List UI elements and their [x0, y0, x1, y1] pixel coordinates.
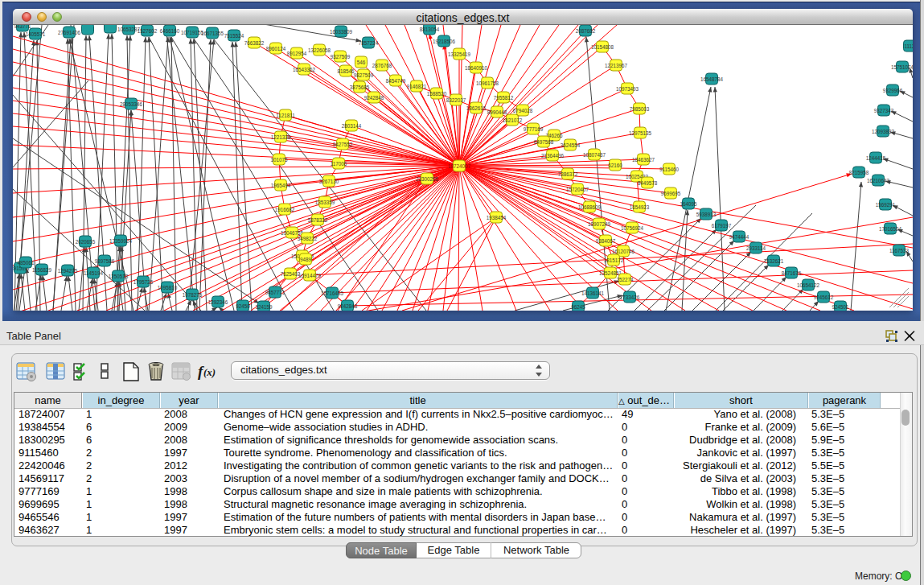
svg-text:6179197: 6179197 [712, 223, 732, 229]
svg-text:9474444: 9474444 [729, 234, 749, 240]
svg-text:1733426: 1733426 [620, 295, 640, 300]
svg-text:1569291: 1569291 [876, 202, 896, 208]
svg-text:16548784: 16548784 [700, 76, 724, 82]
svg-text:1916682: 1916682 [275, 207, 295, 212]
svg-text:21364436: 21364436 [541, 153, 565, 159]
svg-text:6497568: 6497568 [534, 139, 554, 145]
svg-text:9115460: 9115460 [659, 167, 680, 172]
svg-text:7985003: 7985003 [630, 106, 650, 112]
svg-text:1244415: 1244415 [866, 155, 886, 161]
svg-text:9329966: 9329966 [883, 88, 903, 93]
svg-text:18640910: 18640910 [465, 65, 488, 71]
svg-text:818546: 818546 [337, 68, 355, 74]
svg-text:7663822: 7663822 [244, 40, 265, 46]
svg-text:15751074: 15751074 [891, 64, 913, 70]
svg-text:117006: 117006 [331, 161, 347, 167]
svg-text:27691406: 27691406 [58, 30, 81, 35]
svg-text:2020655: 2020655 [76, 239, 96, 245]
svg-text:9777169: 9777169 [524, 126, 544, 132]
svg-text:16210643: 16210643 [867, 178, 890, 183]
svg-text:9146821: 9146821 [407, 84, 427, 89]
svg-text:8960124: 8960124 [266, 46, 286, 51]
svg-text:1078275: 1078275 [183, 292, 203, 298]
svg-text:1221338: 1221338 [271, 134, 291, 140]
svg-text:12975135: 12975135 [629, 130, 652, 136]
svg-text:8322037: 8322037 [446, 97, 466, 103]
svg-text:8990448: 8990448 [487, 109, 507, 115]
svg-text:1167533: 1167533 [889, 248, 910, 253]
svg-text:943771: 943771 [14, 25, 31, 29]
svg-text:1362615: 1362615 [466, 105, 487, 111]
svg-text:17359924: 17359924 [109, 238, 133, 244]
svg-text:10961758: 10961758 [476, 80, 499, 86]
svg-text:10756924: 10756924 [621, 225, 644, 231]
svg-text:1795725: 1795725 [133, 279, 154, 285]
svg-text:19218506: 19218506 [433, 39, 456, 44]
svg-text:8449578: 8449578 [638, 180, 658, 186]
svg-text:1588520: 1588520 [427, 91, 447, 97]
svg-text:1095810: 1095810 [158, 285, 178, 290]
svg-text:9327509: 9327509 [331, 54, 351, 60]
svg-text:15720407: 15720407 [566, 187, 589, 192]
svg-text:9242848: 9242848 [364, 95, 384, 101]
svg-text:2876768: 2876768 [372, 63, 392, 68]
svg-text:17016504: 17016504 [879, 226, 902, 232]
svg-text:9699695: 9699695 [661, 191, 681, 196]
svg-text:13325419: 13325419 [448, 51, 471, 57]
svg-text:12093832: 12093832 [872, 129, 895, 134]
svg-text:8454749: 8454749 [386, 78, 406, 84]
svg-text:23300295: 23300295 [416, 176, 439, 182]
svg-text:10688609: 10688609 [578, 204, 602, 210]
svg-text:16914479: 16914479 [298, 273, 322, 278]
svg-text:1156829: 1156829 [32, 267, 52, 273]
svg-text:10654122: 10654122 [797, 282, 820, 288]
svg-text:28053346: 28053346 [120, 101, 143, 107]
svg-text:9489: 9489 [300, 257, 312, 262]
svg-text:1292346: 1292346 [208, 299, 228, 305]
svg-text:10154808: 10154808 [591, 44, 614, 50]
svg-text:18463627: 18463627 [632, 157, 655, 163]
svg-text:16543362: 16543362 [293, 67, 316, 72]
svg-text:9242848: 9242848 [338, 303, 358, 309]
svg-text:2803144: 2803144 [342, 123, 362, 129]
svg-text:1527602: 1527602 [138, 28, 158, 34]
svg-text:1938454: 1938454 [487, 215, 507, 220]
svg-text:1353359: 1353359 [315, 200, 335, 205]
svg-text:2933114: 2933114 [746, 245, 766, 251]
svg-text:96245: 96245 [571, 304, 585, 310]
svg-text:9397586: 9397586 [95, 258, 115, 264]
svg-text:7857224: 7857224 [359, 40, 379, 46]
svg-text:10046755: 10046755 [281, 230, 304, 236]
svg-text:1112: 1112 [904, 43, 913, 49]
svg-text:14136141: 14136141 [581, 290, 605, 296]
svg-text:2087682: 2087682 [576, 28, 596, 34]
svg-text:10807487: 10807487 [583, 152, 606, 158]
svg-text:7955812: 7955812 [494, 95, 514, 101]
svg-text:546: 546 [357, 60, 366, 65]
svg-text:164095: 164095 [680, 201, 697, 207]
svg-text:1965494: 1965494 [271, 183, 291, 188]
svg-text:9827509: 9827509 [354, 72, 374, 78]
svg-text:9457771: 9457771 [265, 290, 285, 295]
svg-text:485061: 485061 [17, 260, 35, 266]
svg-text:1294275: 1294275 [58, 268, 78, 274]
svg-text:6466160: 6466160 [160, 28, 180, 34]
svg-text:92450: 92450 [236, 303, 250, 309]
svg-text:9427552: 9427552 [333, 142, 353, 147]
svg-text:18724007: 18724007 [448, 163, 471, 169]
svg-text:3498222: 3498222 [298, 236, 318, 241]
svg-text:18907249: 18907249 [588, 221, 611, 227]
svg-text:3267130: 3267130 [319, 179, 339, 184]
svg-text:1405571: 1405571 [26, 31, 46, 37]
svg-text:8471676: 8471676 [782, 270, 802, 276]
svg-text:124159: 124159 [255, 304, 273, 310]
svg-text:13226058: 13226058 [308, 47, 331, 53]
svg-text:12213967: 12213967 [605, 63, 628, 68]
svg-text:3624554: 3624554 [561, 142, 581, 148]
svg-text:1145194: 1145194 [84, 270, 104, 276]
svg-text:5938913: 5938913 [696, 212, 717, 217]
svg-text:16120746: 16120746 [612, 249, 635, 254]
svg-text:924501: 924501 [832, 304, 849, 310]
svg-text:1621072: 1621072 [503, 117, 523, 123]
svg-text:8215958: 8215958 [849, 170, 869, 175]
